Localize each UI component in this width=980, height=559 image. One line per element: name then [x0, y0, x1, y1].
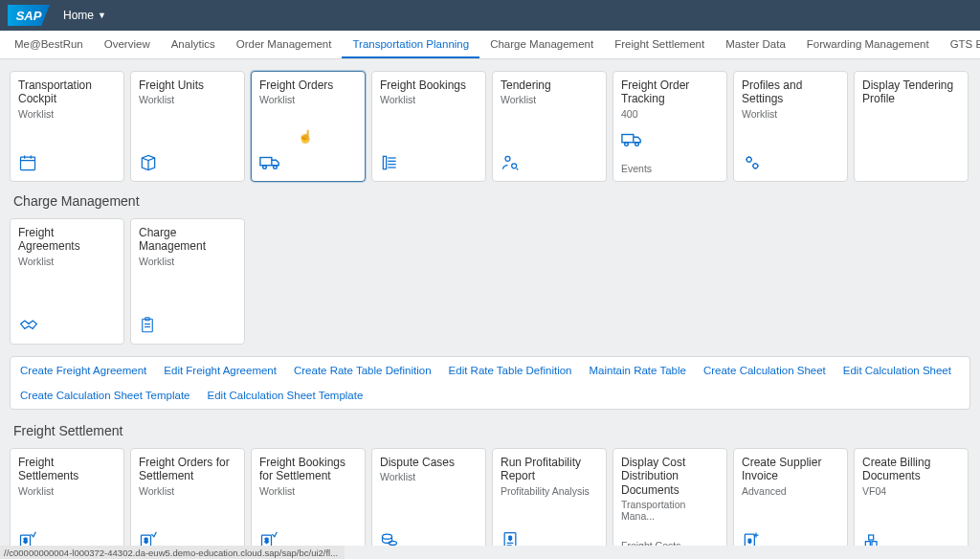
charge-tile-row: Freight Agreements Worklist Charge Manag… — [10, 218, 970, 345]
tile-subtitle: Worklist — [742, 108, 839, 120]
svg-text:$: $ — [265, 537, 269, 544]
handshake-icon — [18, 316, 39, 335]
tile-run-profitability-report[interactable]: Run Profitability Report Profitability A… — [492, 448, 607, 546]
link-create-freight-agreement[interactable]: Create Freight Agreement — [20, 365, 146, 376]
tile-subtitle: Worklist — [18, 256, 116, 267]
group-heading-charge: Charge Management — [13, 193, 970, 209]
svg-text:$: $ — [24, 537, 28, 544]
link-create-rate-table-definition[interactable]: Create Rate Table Definition — [294, 365, 432, 376]
charge-link-bar: Create Freight Agreement Edit Freight Ag… — [10, 356, 970, 410]
tile-freight-bookings[interactable]: Freight Bookings Worklist — [371, 71, 486, 182]
tile-transportation-cockpit[interactable]: Transportation Cockpit Worklist — [10, 71, 124, 182]
tile-title: Transportation Cockpit — [18, 78, 116, 106]
settlement-tile-row: Freight Settlements Worklist $ Freight O… — [10, 448, 970, 546]
tile-display-tendering-profile[interactable]: Display Tendering Profile — [854, 71, 969, 182]
tab-gts-export-management[interactable]: GTS Export Management — [940, 31, 980, 58]
tile-subtitle: 400 — [621, 108, 719, 120]
link-maintain-rate-table[interactable]: Maintain Rate Table — [590, 365, 686, 376]
box-icon — [139, 153, 158, 172]
nav-tabs: Me@BestRun Overview Analytics Order Mana… — [0, 31, 980, 59]
tab-forwarding-management[interactable]: Forwarding Management — [796, 31, 940, 58]
tile-tendering[interactable]: Tendering Worklist — [492, 71, 607, 182]
home-dropdown[interactable]: Home ▼ — [63, 9, 106, 22]
clipboard-icon — [139, 315, 156, 336]
tab-me-bestrun[interactable]: Me@BestRun — [4, 31, 94, 58]
link-edit-calculation-sheet[interactable]: Edit Calculation Sheet — [843, 365, 951, 376]
tab-charge-management[interactable]: Charge Management — [479, 31, 604, 58]
invoice-plus-icon: $ — [742, 530, 761, 546]
tile-freight-agreements[interactable]: Freight Agreements Worklist — [10, 218, 124, 345]
tab-overview[interactable]: Overview — [94, 31, 161, 58]
status-bar: //c00000000004-l000372-44302.da-euw5.dem… — [0, 546, 345, 559]
tab-order-management[interactable]: Order Management — [226, 31, 343, 58]
tile-freight-order-tracking[interactable]: Freight Order Tracking 400 Events — [612, 71, 727, 182]
svg-line-11 — [517, 168, 519, 170]
tile-subtitle: VF04 — [862, 485, 960, 497]
svg-point-2 — [263, 166, 267, 169]
truck-icon — [259, 154, 280, 171]
tab-transportation-planning[interactable]: Transportation Planning — [342, 31, 479, 58]
link-edit-freight-agreement[interactable]: Edit Freight Agreement — [164, 365, 277, 376]
group-heading-settlement: Freight Settlement — [13, 423, 970, 438]
tile-create-billing-documents[interactable]: Create Billing Documents VF04 — [854, 448, 969, 546]
tile-charge-management[interactable]: Charge Management Worklist — [130, 218, 245, 345]
tile-subtitle: Worklist — [380, 94, 478, 105]
content-area: Transportation Cockpit Worklist Freight … — [0, 59, 980, 546]
tile-freight-orders[interactable]: Freight Orders Worklist ☝ — [251, 71, 366, 182]
link-edit-rate-table-definition[interactable]: Edit Rate Table Definition — [449, 365, 572, 376]
tile-title: Create Billing Documents — [862, 456, 960, 483]
tile-freight-settlements[interactable]: Freight Settlements Worklist $ — [10, 448, 124, 546]
cursor-icon: ☝ — [298, 129, 313, 144]
tile-title: Create Supplier Invoice — [742, 456, 839, 483]
tile-profiles-settings[interactable]: Profiles and Settings Worklist — [733, 71, 848, 182]
blocks-icon — [862, 530, 881, 546]
tile-subtitle: Worklist — [18, 485, 116, 497]
tile-subtitle: Worklist — [139, 485, 236, 497]
svg-rect-36 — [872, 542, 877, 546]
tile-title: Freight Orders — [259, 78, 357, 92]
tile-freight-orders-for-settlement[interactable]: Freight Orders for Settlement Worklist $ — [130, 448, 245, 546]
tile-footer: Freight Costs — [621, 540, 719, 546]
tab-freight-settlement[interactable]: Freight Settlement — [604, 31, 715, 58]
svg-point-27 — [383, 534, 392, 539]
svg-point-16 — [753, 164, 758, 168]
tile-subtitle: Transportation Mana... — [621, 499, 719, 522]
coins-icon — [380, 530, 399, 546]
svg-point-13 — [625, 143, 629, 146]
tile-title: Charge Management — [139, 226, 236, 254]
tile-title: Freight Bookings — [380, 78, 478, 92]
svg-text:$: $ — [508, 535, 512, 541]
tile-subtitle: Worklist — [380, 471, 478, 482]
link-create-calculation-sheet-template[interactable]: Create Calculation Sheet Template — [20, 390, 190, 401]
tile-subtitle: Worklist — [139, 256, 236, 267]
tab-analytics[interactable]: Analytics — [161, 31, 226, 58]
tab-master-data[interactable]: Master Data — [715, 31, 796, 58]
tile-freight-bookings-for-settlement[interactable]: Freight Bookings for Settlement Worklist… — [251, 448, 366, 546]
tile-dispute-cases[interactable]: Dispute Cases Worklist — [371, 448, 486, 546]
tile-display-cost-distribution[interactable]: Display Cost Distribution Documents Tran… — [612, 448, 727, 546]
tile-title: Freight Settlements — [18, 456, 116, 483]
tile-title: Profiles and Settings — [742, 78, 839, 106]
home-label: Home — [63, 9, 94, 22]
tile-create-supplier-invoice[interactable]: Create Supplier Invoice Advanced $ — [733, 448, 848, 546]
link-edit-calculation-sheet-template[interactable]: Edit Calculation Sheet Template — [208, 390, 364, 401]
tile-subtitle: Worklist — [259, 94, 357, 105]
svg-rect-0 — [21, 157, 35, 169]
tile-subtitle: Profitability Analysis — [501, 485, 598, 497]
tile-title: Freight Orders for Settlement — [139, 456, 236, 483]
tile-subtitle: Advanced — [742, 485, 839, 497]
svg-point-3 — [274, 166, 278, 169]
gears-icon — [742, 153, 763, 172]
tile-subtitle: Worklist — [139, 94, 236, 105]
tile-title: Run Profitability Report — [501, 456, 598, 483]
svg-rect-35 — [865, 542, 870, 546]
link-create-calculation-sheet[interactable]: Create Calculation Sheet — [703, 365, 826, 376]
svg-rect-1 — [260, 158, 272, 166]
svg-text:$: $ — [748, 538, 752, 544]
tile-subtitle: Worklist — [18, 108, 116, 120]
svg-point-15 — [746, 157, 751, 162]
tile-freight-units[interactable]: Freight Units Worklist — [130, 71, 245, 182]
shell-bar: SAP Home ▼ — [0, 0, 980, 31]
transport-tile-row: Transportation Cockpit Worklist Freight … — [10, 71, 970, 182]
dollar-check-icon: $ — [18, 530, 37, 546]
